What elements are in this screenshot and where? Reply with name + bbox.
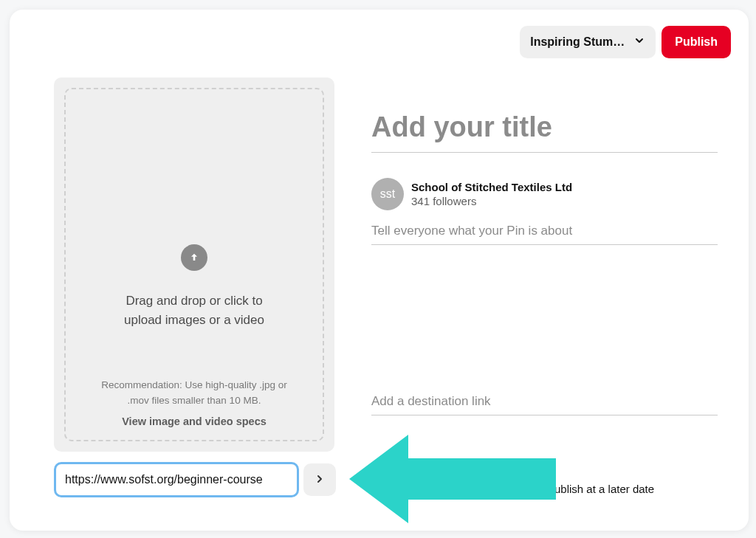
source-url-row bbox=[54, 462, 336, 497]
chevron-right-icon bbox=[314, 473, 326, 487]
upload-dropzone[interactable]: Drag and drop or click to upload images … bbox=[64, 88, 324, 441]
upload-message: Drag and drop or click to upload images … bbox=[124, 292, 264, 329]
destination-link-block bbox=[371, 381, 718, 415]
upload-panel: Drag and drop or click to upload images … bbox=[54, 77, 334, 452]
publish-later-label: Publish at a later date bbox=[547, 483, 654, 495]
author-name: School of Stitched Textiles Ltd bbox=[411, 181, 572, 193]
topbar: Inspiring Stum… Publish bbox=[520, 26, 731, 58]
svg-marker-0 bbox=[349, 435, 556, 523]
pin-create-card: Inspiring Stum… Publish Drag and drop or… bbox=[10, 10, 749, 531]
pin-form: sst School of Stitched Textiles Ltd 341 … bbox=[371, 107, 718, 415]
publish-later-radio[interactable] bbox=[526, 482, 540, 495]
board-selector[interactable]: Inspiring Stum… bbox=[520, 26, 656, 58]
upload-message-line1: Drag and drop or click to bbox=[126, 294, 262, 308]
destination-link-input[interactable] bbox=[371, 381, 718, 415]
author-text: School of Stitched Textiles Ltd 341 foll… bbox=[411, 181, 572, 207]
upload-rec-line1: Recommendation: Use high-quality .jpg or bbox=[66, 378, 323, 393]
upload-message-line2: upload images or a video bbox=[124, 313, 264, 327]
source-url-input[interactable] bbox=[54, 462, 299, 497]
title-input[interactable] bbox=[371, 107, 718, 153]
view-specs-link[interactable]: View image and video specs bbox=[66, 413, 323, 430]
chevron-down-icon bbox=[633, 35, 645, 49]
source-url-submit-button[interactable] bbox=[303, 463, 336, 496]
upload-arrow-icon bbox=[181, 244, 207, 271]
annotation-arrow-icon bbox=[349, 435, 556, 523]
publish-button[interactable]: Publish bbox=[662, 26, 731, 58]
board-selected-label: Inspiring Stum… bbox=[530, 35, 625, 49]
avatar: sst bbox=[371, 178, 404, 210]
publish-later-row: Publish at a later date bbox=[526, 482, 654, 495]
upload-footer: Recommendation: Use high-quality .jpg or… bbox=[66, 378, 323, 430]
author-followers: 341 followers bbox=[411, 195, 572, 207]
author-row: sst School of Stitched Textiles Ltd 341 … bbox=[371, 178, 718, 210]
description-input[interactable] bbox=[371, 210, 718, 245]
upload-rec-line2: .mov files smaller than 10 MB. bbox=[66, 393, 323, 409]
